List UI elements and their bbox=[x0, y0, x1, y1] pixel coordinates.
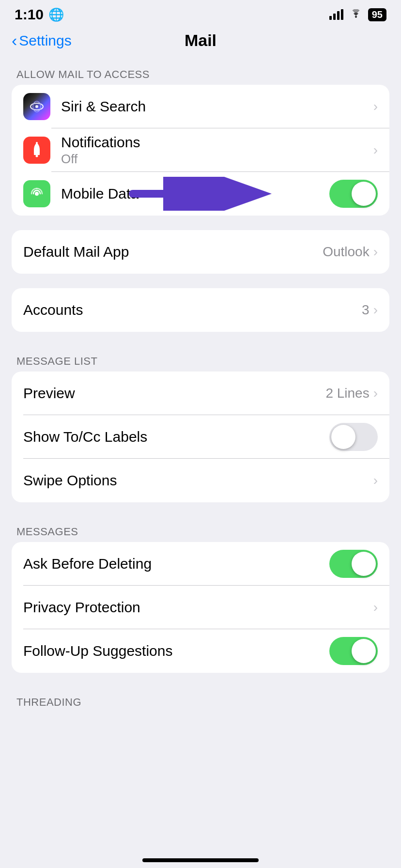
preview-content: Preview bbox=[23, 385, 325, 402]
privacy-protection-right: › bbox=[373, 600, 378, 615]
siri-search-right: › bbox=[373, 99, 378, 114]
notifications-row[interactable]: Notifications Off › bbox=[12, 128, 389, 172]
siri-logo-icon bbox=[29, 98, 45, 115]
svg-rect-1 bbox=[333, 14, 336, 20]
allow-mail-group: Siri & Search › Notifications Off › bbox=[12, 85, 389, 216]
siri-search-title: Siri & Search bbox=[61, 98, 373, 115]
accounts-chevron-icon: › bbox=[373, 302, 378, 318]
ask-before-deleting-right[interactable] bbox=[329, 550, 378, 578]
default-mail-title: Default Mail App bbox=[23, 244, 323, 260]
notifications-subtitle: Off bbox=[61, 152, 373, 167]
toggle-thumb-tocc bbox=[331, 425, 355, 449]
toggle-thumb-abd bbox=[352, 552, 376, 576]
mobile-data-toggle[interactable] bbox=[329, 180, 378, 208]
toggle-thumb bbox=[352, 182, 376, 206]
privacy-protection-title: Privacy Protection bbox=[23, 599, 373, 616]
ask-before-deleting-row[interactable]: Ask Before Deleting bbox=[12, 542, 389, 586]
globe-icon: 🌐 bbox=[48, 7, 64, 22]
section-label-threading: THREADING bbox=[0, 687, 401, 713]
swipe-options-content: Swipe Options bbox=[23, 472, 373, 489]
notifications-icon bbox=[23, 137, 50, 164]
mobile-data-row[interactable]: Mobile Data bbox=[12, 172, 389, 216]
follow-up-right[interactable] bbox=[329, 637, 378, 665]
default-mail-chevron-icon: › bbox=[373, 244, 378, 260]
default-mail-right: Outlook › bbox=[323, 244, 378, 260]
svg-point-8 bbox=[36, 155, 38, 157]
privacy-protection-row[interactable]: Privacy Protection › bbox=[12, 586, 389, 629]
siri-search-row[interactable]: Siri & Search › bbox=[12, 85, 389, 128]
accounts-title: Accounts bbox=[23, 302, 362, 318]
svg-point-6 bbox=[35, 105, 38, 108]
siri-search-content: Siri & Search bbox=[61, 98, 373, 115]
swipe-options-chevron-icon: › bbox=[373, 473, 378, 488]
mobile-data-content: Mobile Data bbox=[61, 186, 329, 202]
default-mail-value: Outlook bbox=[323, 244, 370, 260]
nav-bar: ‹ Settings Mail bbox=[0, 26, 401, 60]
svg-rect-9 bbox=[36, 142, 38, 144]
preview-right: 2 Lines › bbox=[325, 386, 378, 401]
mobile-data-right[interactable] bbox=[329, 180, 378, 208]
default-mail-content: Default Mail App bbox=[23, 244, 323, 260]
wifi-icon bbox=[349, 9, 363, 20]
preview-row[interactable]: Preview 2 Lines › bbox=[12, 372, 389, 415]
preview-chevron-icon: › bbox=[373, 386, 378, 401]
swipe-options-right: › bbox=[373, 473, 378, 488]
follow-up-toggle[interactable] bbox=[329, 637, 378, 665]
follow-up-row[interactable]: Follow-Up Suggestions bbox=[12, 629, 389, 673]
show-tocc-row[interactable]: Show To/Cc Labels bbox=[12, 415, 389, 459]
show-tocc-toggle[interactable] bbox=[329, 423, 378, 451]
accounts-row[interactable]: Accounts 3 › bbox=[12, 288, 389, 332]
toggle-thumb-fus bbox=[352, 639, 376, 663]
status-icons: 95 bbox=[329, 8, 386, 21]
privacy-protection-chevron-icon: › bbox=[373, 600, 378, 615]
battery-indicator: 95 bbox=[368, 8, 386, 21]
status-bar: 1:10 🌐 95 bbox=[0, 0, 401, 26]
signal-icon bbox=[329, 9, 344, 20]
accounts-content: Accounts bbox=[23, 302, 362, 318]
ask-before-deleting-content: Ask Before Deleting bbox=[23, 556, 329, 572]
status-time: 1:10 bbox=[15, 6, 44, 23]
siri-search-chevron-icon: › bbox=[373, 99, 378, 114]
back-button[interactable]: ‹ Settings bbox=[12, 32, 72, 49]
back-chevron-icon: ‹ bbox=[12, 32, 17, 48]
follow-up-title: Follow-Up Suggestions bbox=[23, 643, 329, 659]
mobile-data-icon bbox=[23, 180, 50, 207]
privacy-protection-content: Privacy Protection bbox=[23, 599, 373, 616]
show-tocc-right[interactable] bbox=[329, 423, 378, 451]
follow-up-content: Follow-Up Suggestions bbox=[23, 643, 329, 659]
message-list-group: Preview 2 Lines › Show To/Cc Labels Swip… bbox=[12, 372, 389, 502]
back-label: Settings bbox=[19, 32, 71, 49]
bell-icon bbox=[29, 142, 45, 158]
show-tocc-title: Show To/Cc Labels bbox=[23, 429, 329, 445]
section-label-messages: MESSAGES bbox=[0, 517, 401, 542]
notifications-content: Notifications Off bbox=[61, 134, 373, 167]
show-tocc-content: Show To/Cc Labels bbox=[23, 429, 329, 445]
ask-before-deleting-toggle[interactable] bbox=[329, 550, 378, 578]
preview-value: 2 Lines bbox=[325, 386, 369, 401]
section-label-allow-mail: ALLOW MAIL TO ACCESS bbox=[0, 60, 401, 85]
accounts-value: 3 bbox=[362, 302, 370, 318]
swipe-options-title: Swipe Options bbox=[23, 472, 373, 489]
svg-point-10 bbox=[35, 192, 39, 196]
messages-group: Ask Before Deleting Privacy Protection ›… bbox=[12, 542, 389, 673]
svg-rect-3 bbox=[341, 9, 343, 20]
accounts-right: 3 › bbox=[362, 302, 378, 318]
siri-icon bbox=[23, 93, 50, 120]
notifications-chevron-icon: › bbox=[373, 142, 378, 158]
svg-rect-2 bbox=[337, 11, 339, 20]
mobile-data-title: Mobile Data bbox=[61, 186, 329, 202]
notifications-title: Notifications bbox=[61, 134, 373, 151]
notifications-right: › bbox=[373, 142, 378, 158]
accounts-group: Accounts 3 › bbox=[12, 288, 389, 332]
section-label-message-list: MESSAGE LIST bbox=[0, 346, 401, 372]
preview-title: Preview bbox=[23, 385, 325, 402]
svg-rect-0 bbox=[329, 16, 332, 20]
page-title: Mail bbox=[185, 31, 216, 50]
signal-waves-icon bbox=[29, 186, 45, 202]
swipe-options-row[interactable]: Swipe Options › bbox=[12, 459, 389, 502]
home-indicator bbox=[142, 858, 259, 862]
default-mail-group: Default Mail App Outlook › bbox=[12, 230, 389, 274]
ask-before-deleting-title: Ask Before Deleting bbox=[23, 556, 329, 572]
default-mail-row[interactable]: Default Mail App Outlook › bbox=[12, 230, 389, 274]
